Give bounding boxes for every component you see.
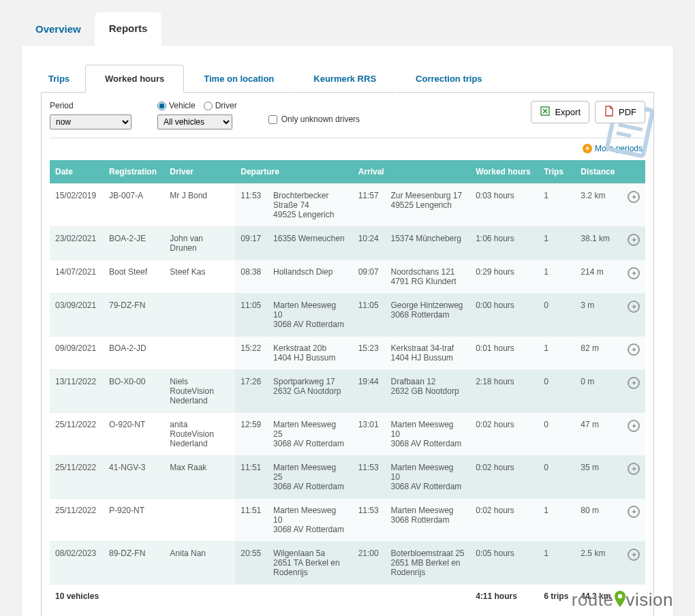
cell-worked: 2:18 hours bbox=[470, 370, 538, 413]
cell-trips: 0 bbox=[538, 413, 575, 456]
cell-distance: 214 m bbox=[575, 260, 622, 294]
cell-arr-addr: Zur Meesenburg 1749525 Lengerich bbox=[385, 184, 470, 227]
cell-arr-time: 11:53 bbox=[353, 456, 386, 499]
subtab-keurmerk-rrs[interactable]: Keurmerk RRS bbox=[294, 65, 396, 93]
group-vehicle-label[interactable]: Vehicle bbox=[169, 101, 196, 110]
table-row: 13/11/2022BO-X0-00Niels RouteVision Nede… bbox=[50, 370, 645, 413]
subtab-trips[interactable]: Trips bbox=[41, 65, 85, 93]
cell-date: 08/02/2023 bbox=[50, 542, 104, 585]
cell-trips: 1 bbox=[538, 542, 575, 585]
cell-arr-addr: Drafbaan 122632 GB Nootdorp bbox=[385, 370, 470, 413]
cell-date: 25/11/2022 bbox=[50, 413, 104, 456]
cell-dep-time: 12:59 bbox=[235, 413, 268, 456]
cell-distance: 47 m bbox=[575, 413, 622, 456]
col-departure[interactable]: Departure bbox=[235, 160, 352, 184]
cell-trips: 1 bbox=[538, 499, 575, 542]
cell-arr-time: 09:07 bbox=[353, 260, 386, 294]
cell-registration: P-920-NT bbox=[104, 499, 164, 542]
cell-date: 13/11/2022 bbox=[50, 370, 104, 413]
target-icon[interactable]: ✦ bbox=[628, 549, 640, 561]
target-icon[interactable]: ✦ bbox=[628, 301, 640, 313]
vehicles-select[interactable]: All vehicles bbox=[157, 114, 232, 129]
cell-dep-time: 11:53 bbox=[235, 184, 268, 227]
target-icon[interactable]: ✦ bbox=[628, 420, 640, 432]
cell-driver: anita RouteVision Nederland bbox=[164, 413, 235, 456]
col-trips[interactable]: Trips bbox=[538, 160, 575, 184]
cell-driver: Steef Kas bbox=[164, 260, 235, 294]
subtab-time-on-location[interactable]: Time on location bbox=[184, 65, 294, 93]
cell-arr-time: 19:44 bbox=[353, 370, 386, 413]
table-row: 25/11/202241-NGV-3Max Raak11:51Marten Me… bbox=[50, 456, 645, 499]
col-worked[interactable]: Worked hours bbox=[470, 160, 538, 184]
unknown-drivers-checkbox[interactable] bbox=[268, 115, 277, 124]
cell-dep-time: 11:51 bbox=[235, 499, 268, 542]
cell-trips: 1 bbox=[538, 227, 575, 260]
cell-dep-time: 11:51 bbox=[235, 456, 268, 499]
cell-registration: Boot Steef bbox=[104, 260, 164, 294]
cell-dep-addr: Marten Meesweg 253068 AV Rotterdam bbox=[268, 413, 353, 456]
cell-driver bbox=[164, 499, 235, 542]
export-button[interactable]: Export bbox=[531, 101, 589, 123]
subtab-correction-trips[interactable]: Correction trips bbox=[396, 65, 502, 93]
cell-dep-addr: Marten Meesweg 103068 AV Rotterdam bbox=[268, 499, 353, 542]
cell-arr-addr: Marten Meesweg 103068 AV Rotterdam bbox=[385, 413, 470, 456]
cell-registration: 89-DZ-FN bbox=[104, 542, 164, 585]
cell-trips: 0 bbox=[538, 294, 575, 337]
cell-arr-addr: 15374 Müncheberg bbox=[385, 227, 470, 260]
tab-reports[interactable]: Reports bbox=[95, 12, 162, 46]
period-select[interactable]: now bbox=[50, 114, 132, 129]
cell-dep-addr: Marten Meesweg 253068 AV Rotterdam bbox=[268, 456, 353, 499]
col-arrival[interactable]: Arrival bbox=[353, 160, 470, 184]
cell-trips: 0 bbox=[538, 456, 575, 499]
cell-dep-time: 17:26 bbox=[235, 370, 268, 413]
export-icon bbox=[540, 106, 551, 119]
target-icon[interactable]: ✦ bbox=[628, 343, 640, 356]
tab-overview[interactable]: Overview bbox=[22, 14, 95, 46]
target-icon[interactable]: ✦ bbox=[628, 377, 640, 389]
cell-worked: 0:02 hours bbox=[470, 456, 538, 499]
cell-registration: 41-NGV-3 bbox=[104, 456, 164, 499]
cell-dep-addr: Brochterbecker Straße 7449525 Lengerich bbox=[268, 184, 353, 227]
col-distance[interactable]: Distance bbox=[575, 160, 622, 184]
col-driver[interactable]: Driver bbox=[164, 160, 235, 184]
cell-dep-addr: 16356 Werneuchen bbox=[268, 227, 353, 260]
col-date[interactable]: Date bbox=[50, 160, 104, 184]
cell-date: 25/11/2022 bbox=[50, 456, 104, 499]
cell-arr-time: 15:23 bbox=[353, 337, 386, 370]
table-row: 23/02/2021BOA-2-JEJohn van Drunen09:1716… bbox=[50, 227, 645, 260]
cell-driver: Max Raak bbox=[164, 456, 235, 499]
group-driver-label[interactable]: Driver bbox=[215, 101, 237, 110]
col-registration[interactable]: Registration bbox=[104, 160, 164, 184]
cell-dep-addr: Wilgenlaan 5a2651 TA Berkel en Rodenrijs bbox=[268, 542, 353, 585]
cell-date: 15/02/2019 bbox=[50, 184, 104, 227]
cell-dep-addr: Marten Meesweg 103068 AV Rotterdam bbox=[268, 294, 353, 337]
cell-date: 09/09/2021 bbox=[50, 337, 104, 370]
group-driver-radio[interactable] bbox=[204, 102, 213, 110]
cell-dep-addr: Hollandsch Diep bbox=[268, 260, 353, 294]
cell-distance: 3 m bbox=[575, 294, 622, 337]
cell-worked: 0:03 hours bbox=[470, 184, 538, 227]
group-vehicle-radio[interactable] bbox=[157, 102, 166, 110]
target-icon[interactable]: ✦ bbox=[628, 234, 640, 246]
target-icon[interactable]: ✦ bbox=[628, 463, 640, 475]
reports-card: Trips Worked hours Time on location Keur… bbox=[22, 46, 673, 616]
cell-trips: 1 bbox=[538, 260, 575, 294]
more-periods-link[interactable]: + More periods bbox=[583, 144, 643, 153]
target-icon[interactable]: ✦ bbox=[628, 506, 640, 518]
cell-date: 25/11/2022 bbox=[50, 499, 104, 542]
unknown-drivers-label[interactable]: Only unknown drivers bbox=[281, 114, 360, 124]
cell-worked: 0:05 hours bbox=[470, 542, 538, 585]
table-row: 08/02/202389-DZ-FNAnita Nan20:55Wilgenla… bbox=[50, 542, 645, 585]
table-row: 15/02/2019JB-007-AMr J Bond11:53Brochter… bbox=[50, 184, 645, 227]
cell-trips: 1 bbox=[538, 184, 575, 227]
worked-hours-table: Date Registration Driver Departure Arriv… bbox=[50, 160, 645, 608]
target-icon[interactable]: ✦ bbox=[628, 267, 640, 279]
subtab-worked-hours[interactable]: Worked hours bbox=[85, 65, 184, 93]
target-icon[interactable]: ✦ bbox=[628, 191, 640, 203]
pdf-button[interactable]: PDF bbox=[595, 101, 645, 123]
cell-arr-time: 11:05 bbox=[353, 294, 386, 337]
cell-dep-time: 11:05 bbox=[235, 294, 268, 337]
cell-dep-time: 15:22 bbox=[235, 337, 268, 370]
filters-bar: Period now Vehicle Driver All vehicles bbox=[50, 101, 645, 138]
cell-arr-time: 11:57 bbox=[353, 184, 386, 227]
